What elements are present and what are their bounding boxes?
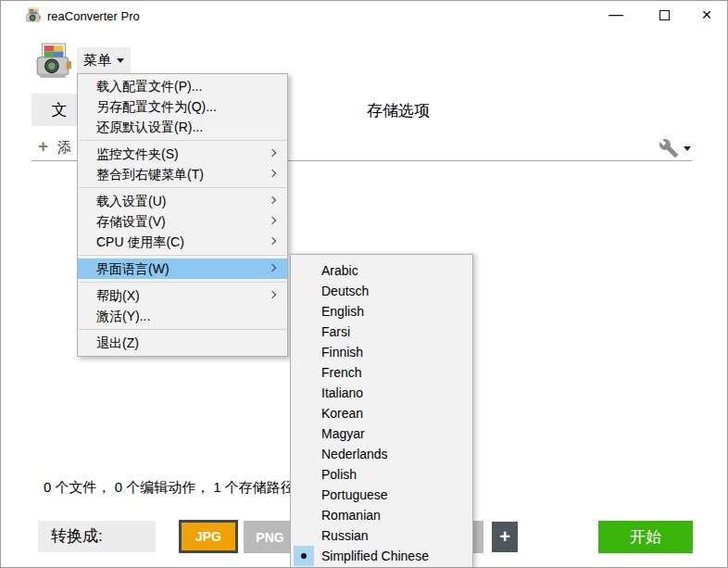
menu-item-save-config-as[interactable]: 另存配置文件为(Q)...	[78, 96, 287, 117]
menu-item-label: 界面语言(W)	[96, 261, 169, 276]
status-text: 0 个文件， 0 个编辑动作， 1 个存储路径	[44, 479, 295, 497]
start-button-label: 开始	[630, 526, 661, 548]
menu-button-label: 菜单	[83, 52, 111, 69]
menu-separator	[79, 187, 286, 188]
maximize-button[interactable]	[646, 1, 683, 31]
submenu-arrow-icon	[269, 217, 276, 224]
menu-item-context-menu-integration[interactable]: 整合到右键菜单(T)	[78, 164, 287, 184]
menu-separator	[79, 282, 286, 283]
selected-language-radio	[294, 546, 314, 566]
submenu-arrow-icon	[269, 264, 276, 271]
language-item-deutsch[interactable]: Deutsch	[291, 281, 472, 301]
start-button[interactable]: 开始	[598, 521, 693, 553]
language-item-label: Finnish	[321, 345, 363, 360]
wrench-icon	[659, 138, 679, 158]
tab-files-label: 文	[52, 99, 68, 120]
menu-item-load-config[interactable]: 载入配置文件(P)...	[78, 76, 287, 96]
language-item-label: Magyar	[321, 426, 365, 441]
menu-item-watch-folders[interactable]: 监控文件夹(S)	[78, 144, 287, 164]
submenu-arrow-icon	[269, 149, 276, 157]
language-item-label: Arabic	[321, 263, 358, 278]
language-item-polish[interactable]: Polish	[291, 464, 472, 485]
menu-item-cpu-usage[interactable]: CPU 使用率(C)	[78, 232, 287, 252]
app-icon	[25, 7, 42, 24]
language-item-korean[interactable]: Korean	[291, 403, 472, 423]
tab-saving-options[interactable]: 存储选项	[367, 100, 430, 121]
language-item-label: Russian	[321, 528, 369, 543]
menu-separator	[79, 255, 286, 256]
menu-item-label: 载入设置(U)	[96, 194, 166, 208]
menu-item-label: 退出(Z)	[96, 335, 139, 350]
language-item-label: Simplified Chinese	[321, 549, 429, 563]
minimize-button[interactable]: —	[597, 1, 634, 31]
add-files-label[interactable]: 添	[57, 139, 71, 157]
menu-item-label: CPU 使用率(C)	[96, 234, 184, 249]
menu-item-label: 还原默认设置(R)...	[96, 120, 203, 134]
menu-item-restore-defaults[interactable]: 还原默认设置(R)...	[78, 117, 287, 137]
language-item-romanian[interactable]: Romanian	[291, 505, 472, 525]
submenu-arrow-icon	[269, 196, 276, 204]
language-item-label: Romanian	[321, 508, 381, 523]
app-window: reaConverter Pro — × 菜单 文 存储选项 + 添 0 个文件…	[0, 0, 728, 568]
plus-icon: +	[499, 526, 510, 548]
language-item-finnish[interactable]: Finnish	[291, 342, 472, 362]
chevron-down-icon	[117, 58, 124, 63]
menu-item-saving-settings[interactable]: 存储设置(V)	[78, 211, 287, 232]
language-item-label: French	[321, 365, 362, 380]
tools-dropdown-button[interactable]	[659, 136, 696, 160]
menu-item-label: 激活(Y)...	[96, 309, 150, 323]
add-files-plus-icon[interactable]: +	[38, 136, 48, 157]
convert-to-label: 转换成:	[38, 521, 156, 552]
language-submenu-popup: Arabic Deutsch English Farsi Finnish Fre…	[290, 254, 473, 568]
language-item-label: English	[321, 304, 364, 319]
language-item-english[interactable]: English	[291, 301, 472, 322]
language-item-label: Farsi	[321, 324, 350, 339]
format-png-button[interactable]: PNG	[244, 521, 296, 553]
language-item-arabic[interactable]: Arabic	[291, 260, 472, 281]
menu-item-label: 另存配置文件为(Q)...	[96, 99, 217, 114]
submenu-arrow-icon	[269, 291, 276, 298]
maximize-icon	[659, 10, 670, 20]
language-item-label: Nederlands	[321, 447, 388, 461]
language-item-label: Portuguese	[321, 487, 388, 502]
language-item-farsi[interactable]: Farsi	[291, 322, 472, 342]
language-item-russian[interactable]: Russian	[291, 525, 472, 546]
language-item-portuguese[interactable]: Portuguese	[291, 485, 472, 505]
language-item-italiano[interactable]: Italiano	[291, 383, 472, 403]
radio-dot-icon	[301, 553, 307, 559]
format-jpg-label: JPG	[195, 529, 221, 544]
menu-item-label: 载入配置文件(P)...	[96, 79, 202, 94]
menu-item-help[interactable]: 帮助(X)	[78, 285, 287, 306]
language-item-simplified-chinese[interactable]: Simplified Chinese	[291, 546, 472, 566]
menu-item-activate[interactable]: 激活(Y)...	[78, 306, 287, 326]
submenu-arrow-icon	[269, 170, 276, 177]
language-item-nederlands[interactable]: Nederlands	[291, 444, 472, 464]
menu-item-load-settings[interactable]: 载入设置(U)	[78, 191, 287, 211]
format-png-label: PNG	[256, 530, 283, 545]
window-title: reaConverter Pro	[47, 9, 140, 23]
menu-item-label: 帮助(X)	[96, 288, 140, 303]
menu-item-interface-language[interactable]: 界面语言(W)	[78, 259, 287, 279]
close-button[interactable]: ×	[688, 1, 725, 31]
menu-button[interactable]: 菜单	[77, 47, 131, 73]
app-logo	[34, 42, 73, 81]
menu-separator	[79, 329, 286, 330]
language-item-label: Korean	[321, 406, 363, 421]
menu-separator	[79, 140, 286, 141]
menu-item-label: 监控文件夹(S)	[96, 146, 179, 161]
language-item-label: Italiano	[321, 385, 363, 400]
menu-item-exit[interactable]: 退出(Z)	[78, 333, 287, 353]
menu-item-label: 整合到右键菜单(T)	[96, 167, 204, 182]
title-bar: reaConverter Pro — ×	[1, 1, 727, 31]
language-item-french[interactable]: French	[291, 362, 472, 383]
format-jpg-button[interactable]: JPG	[179, 520, 238, 553]
add-format-button[interactable]: +	[492, 522, 518, 552]
language-item-label: Deutsch	[321, 284, 369, 298]
submenu-arrow-icon	[269, 237, 276, 245]
chevron-down-icon	[684, 146, 691, 151]
menu-item-label: 存储设置(V)	[96, 214, 166, 229]
language-item-magyar[interactable]: Magyar	[291, 423, 472, 444]
language-item-label: Polish	[321, 467, 357, 482]
main-menu-popup: 载入配置文件(P)... 另存配置文件为(Q)... 还原默认设置(R)... …	[77, 73, 288, 357]
